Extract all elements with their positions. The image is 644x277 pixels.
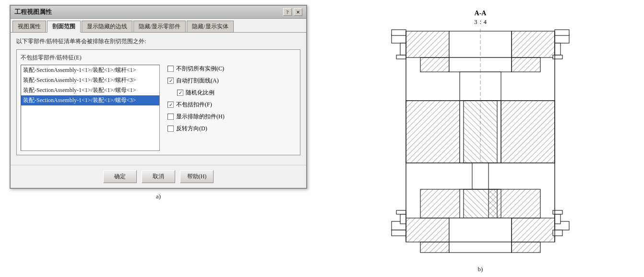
tab-hide-show-parts[interactable]: 隐藏/显示零部件 (133, 21, 186, 32)
cb-auto-hatch-label: 自动打剖面线(A) (176, 77, 219, 85)
cb-no-cut-all-label: 不剖切所有实例(C) (176, 65, 224, 73)
ok-button[interactable]: 确定 (103, 170, 137, 183)
svg-rect-40 (553, 230, 562, 236)
parts-listbox[interactable]: 装配-SectionAssembly-1<1>/装配<1>/螺杆<1> 装配-S… (21, 65, 160, 151)
checkbox-no-fastener[interactable]: 不包括扣件(F) (167, 101, 296, 109)
checkbox-reverse-dir[interactable]: 反转方向(D) (167, 125, 296, 133)
svg-rect-4 (512, 31, 555, 58)
svg-rect-15 (555, 30, 569, 35)
help-icon-btn[interactable]: ? (283, 8, 292, 16)
dialog-section: 工程视图属性 ? ✕ 视图属性 剖面范围 显示隐藏的边线 隐藏/显示零部件 隐藏… (5, 5, 312, 200)
tab-section-range[interactable]: 剖面范围 (47, 21, 81, 33)
svg-rect-29 (512, 218, 555, 242)
svg-rect-12 (555, 43, 561, 55)
checkboxes-panel: 不剖切所有实例(C) 自动打剖面线(A) 随机化比例 不包括扣件(F) (167, 65, 296, 151)
svg-rect-19 (501, 101, 555, 163)
checkbox-auto-hatch[interactable]: 自动打剖面线(A) (167, 77, 296, 85)
svg-rect-11 (555, 35, 569, 43)
close-btn[interactable]: ✕ (294, 8, 302, 16)
dialog-titlebar: 工程视图属性 ? ✕ (11, 6, 306, 19)
checkbox-show-excluded[interactable]: 显示排除的扣件(H) (167, 113, 296, 121)
help-button[interactable]: 帮助(H) (180, 170, 214, 183)
svg-rect-35 (396, 210, 406, 214)
dialog-title: 工程视图属性 (14, 8, 52, 16)
caption-a: a) (156, 193, 161, 200)
list-item-2[interactable]: 装配-SectionAssembly-1<1>/装配<1>/螺母<1> (21, 85, 159, 95)
svg-rect-30 (420, 242, 449, 253)
caption-b: b) (478, 265, 483, 273)
drawing-section: A-A 3：4 (322, 5, 639, 273)
cb-random-scale-label: 随机化比例 (186, 89, 215, 97)
svg-rect-31 (449, 242, 512, 253)
svg-rect-10 (396, 55, 406, 59)
svg-rect-8 (392, 35, 406, 43)
svg-rect-39 (553, 210, 562, 214)
cb-show-excluded[interactable] (167, 114, 174, 120)
dialog-window: 工程视图属性 ? ✕ 视图属性 剖面范围 显示隐藏的边线 隐藏/显示零部件 隐藏… (10, 5, 307, 189)
group-box-title: 不包括零部件/筋特征(E) (21, 54, 296, 62)
main-content: 装配-SectionAssembly-1<1>/装配<1>/螺杆<1> 装配-S… (21, 65, 296, 151)
checkbox-no-cut-all[interactable]: 不剖切所有实例(C) (167, 65, 296, 73)
cb-no-cut-all[interactable] (167, 66, 174, 72)
cancel-button[interactable]: 取消 (142, 170, 175, 183)
svg-rect-27 (406, 218, 449, 242)
dialog-footer: 确定 取消 帮助(H) (11, 165, 306, 188)
drawing-scale-text: 3：4 (474, 18, 487, 25)
cb-random-scale[interactable] (177, 90, 183, 96)
cb-no-fastener[interactable] (167, 102, 174, 108)
cb-no-fastener-label: 不包括扣件(F) (176, 101, 212, 109)
checkbox-random-scale[interactable]: 随机化比例 (177, 89, 296, 97)
technical-drawing-svg: A-A 3：4 (324, 5, 636, 264)
list-item-0[interactable]: 装配-SectionAssembly-1<1>/装配<1>/螺杆<1> (21, 65, 159, 75)
cb-reverse-dir-label: 反转方向(D) (176, 125, 207, 133)
titlebar-controls: ? ✕ (283, 8, 302, 16)
svg-rect-34 (400, 214, 406, 224)
svg-rect-28 (449, 218, 512, 242)
list-item-3[interactable]: 装配-SectionAssembly-1<1>/装配<1>/螺母<3> (21, 95, 159, 105)
group-box-parts: 不包括零部件/筋特征(E) 装配-SectionAssembly-1<1>/装配… (16, 49, 300, 155)
drawing-canvas: A-A 3：4 (324, 5, 636, 264)
dialog-body: 以下零部件/筋特征清单将会被排除在剖切范围之外: 不包括零部件/筋特征(E) 装… (11, 33, 306, 165)
svg-rect-14 (392, 30, 406, 35)
tab-view-properties[interactable]: 视图属性 (12, 21, 46, 32)
cb-show-excluded-label: 显示排除的扣件(H) (176, 113, 225, 121)
list-item-1[interactable]: 装配-SectionAssembly-1<1>/装配<1>/螺杆<3> (21, 75, 159, 85)
svg-rect-17 (406, 101, 460, 163)
svg-rect-26 (464, 189, 497, 218)
dialog-description: 以下零部件/筋特征清单将会被排除在剖切范围之外: (16, 37, 300, 46)
svg-rect-7 (512, 58, 540, 72)
tab-bar: 视图属性 剖面范围 显示隐藏的边线 隐藏/显示零部件 隐藏/显示实体 (11, 19, 306, 33)
cb-reverse-dir[interactable] (167, 126, 174, 132)
tab-hide-show-bodies[interactable]: 隐藏/显示实体 (187, 21, 233, 32)
svg-rect-2 (406, 31, 449, 58)
svg-rect-5 (420, 58, 449, 72)
svg-rect-9 (400, 43, 406, 55)
svg-rect-38 (555, 214, 561, 224)
svg-rect-22 (472, 163, 489, 189)
svg-rect-36 (392, 230, 406, 236)
tab-hidden-lines[interactable]: 显示隐藏的边线 (82, 21, 132, 32)
cb-auto-hatch[interactable] (167, 78, 174, 84)
svg-rect-13 (553, 55, 562, 59)
drawing-title-text: A-A (475, 10, 487, 17)
svg-rect-32 (512, 242, 540, 253)
